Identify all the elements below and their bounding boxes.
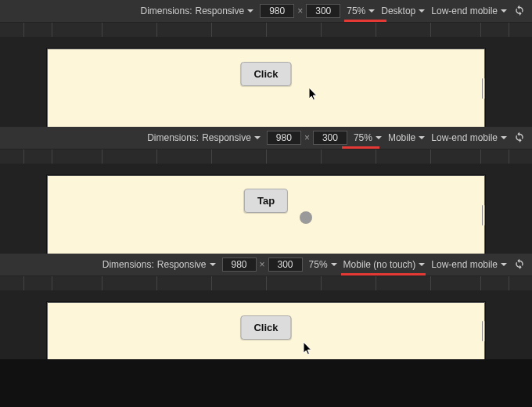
width-input[interactable] xyxy=(222,258,257,272)
zoom-value: 75% xyxy=(309,259,328,270)
ruler-tick xyxy=(102,276,102,290)
resize-handle-right[interactable] xyxy=(481,317,486,345)
resize-handle-right[interactable] xyxy=(481,74,486,103)
rotate-icon[interactable] xyxy=(513,258,526,271)
ruler-tick xyxy=(321,276,322,290)
dimensions-value: Responsive xyxy=(196,5,245,16)
mouse-cursor-icon xyxy=(304,342,313,356)
devtools-device-panel: Dimensions: Responsive × 75% Desktop Low… xyxy=(0,0,532,127)
ruler-tick xyxy=(266,276,267,290)
dimensions-dropdown[interactable]: Dimensions: Responsive xyxy=(102,254,216,276)
ruler-tick xyxy=(376,149,376,164)
svg-marker-5 xyxy=(376,136,382,139)
ruler-tick xyxy=(480,149,481,164)
viewport-area: Tap xyxy=(0,164,532,254)
svg-marker-2 xyxy=(419,9,425,13)
dimensions-label: Dimensions: xyxy=(140,5,192,16)
ruler-tick xyxy=(211,149,212,164)
devtools-device-panel: Dimensions: Responsive × 75% Mobile (no … xyxy=(0,254,532,359)
resize-handle-right[interactable] xyxy=(481,201,486,229)
device-type-dropdown[interactable]: Mobile xyxy=(388,127,425,149)
device-type-dropdown[interactable]: Mobile (no touch) xyxy=(343,254,426,276)
emulated-viewport[interactable]: Tap xyxy=(47,175,485,254)
device-type-value: Desktop xyxy=(381,5,415,16)
caret-down-icon xyxy=(368,9,375,13)
ruler-tick xyxy=(23,23,24,37)
svg-marker-11 xyxy=(501,263,507,266)
ruler-tick xyxy=(52,149,52,164)
ruler-tick xyxy=(321,23,322,37)
dimensions-value: Responsive xyxy=(202,132,251,143)
throttle-value: Low-end mobile xyxy=(431,132,498,143)
devtools-device-panel: Dimensions: Responsive × 75% Mobile Low-… xyxy=(0,127,532,254)
caret-down-icon xyxy=(501,9,507,13)
caret-down-icon xyxy=(419,9,425,13)
demo-button[interactable]: Tap xyxy=(244,189,288,213)
height-input[interactable] xyxy=(268,258,303,272)
throttle-value: Low-end mobile xyxy=(431,259,498,270)
ruler-tick xyxy=(52,276,52,290)
ruler-tick xyxy=(52,23,52,37)
width-input[interactable] xyxy=(260,4,294,18)
ruler-tick xyxy=(211,276,212,290)
caret-down-icon xyxy=(331,263,337,266)
rotate-icon[interactable] xyxy=(513,5,526,17)
zoom-dropdown[interactable]: 75% xyxy=(309,254,337,276)
size-inputs: × xyxy=(267,127,347,149)
ruler-tick xyxy=(509,276,509,290)
ruler-tick xyxy=(102,149,102,164)
svg-marker-0 xyxy=(247,9,253,13)
ruler-tick xyxy=(430,276,431,290)
dimensions-dropdown[interactable]: Dimensions: Responsive xyxy=(140,0,253,22)
svg-marker-1 xyxy=(368,9,375,13)
height-input[interactable] xyxy=(306,4,340,18)
rotate-icon[interactable] xyxy=(513,131,526,144)
touch-cursor-icon xyxy=(300,211,312,224)
times-glyph: × xyxy=(297,5,303,16)
ruler-tick xyxy=(376,23,376,37)
ruler-tick xyxy=(430,149,431,164)
device-type-value: Mobile (no touch) xyxy=(343,259,416,270)
ruler-tick xyxy=(156,149,157,164)
svg-marker-10 xyxy=(419,263,425,266)
device-type-dropdown[interactable]: Desktop xyxy=(381,0,425,22)
height-input[interactable] xyxy=(313,131,347,145)
svg-marker-8 xyxy=(210,263,216,266)
ruler-tick xyxy=(23,276,24,290)
ruler-tick xyxy=(102,23,102,37)
throttle-dropdown[interactable]: Low-end mobile xyxy=(431,127,507,149)
ruler-tick xyxy=(211,23,212,37)
mouse-cursor-icon xyxy=(309,88,318,102)
emulated-viewport[interactable]: Click xyxy=(47,302,485,359)
device-type-value: Mobile xyxy=(388,132,415,143)
zoom-value: 75% xyxy=(354,132,372,143)
ruler-tick xyxy=(156,276,157,290)
caret-down-icon xyxy=(419,263,425,266)
media-query-ruler[interactable] xyxy=(0,22,532,38)
throttle-dropdown[interactable]: Low-end mobile xyxy=(431,0,507,22)
ruler-tick xyxy=(509,23,509,37)
media-query-ruler[interactable] xyxy=(0,149,532,164)
caret-down-icon xyxy=(419,136,425,139)
zoom-dropdown[interactable]: 75% xyxy=(354,127,382,149)
dimensions-label: Dimensions: xyxy=(147,132,199,143)
width-input[interactable] xyxy=(267,131,301,145)
media-query-ruler[interactable] xyxy=(0,276,532,291)
demo-button[interactable]: Click xyxy=(240,62,291,86)
ruler-tick xyxy=(321,149,322,164)
viewport-area: Click xyxy=(0,38,532,127)
throttle-value: Low-end mobile xyxy=(431,5,498,16)
demo-button[interactable]: Click xyxy=(240,315,291,340)
throttle-dropdown[interactable]: Low-end mobile xyxy=(431,254,507,276)
times-glyph: × xyxy=(260,259,265,270)
ruler-tick xyxy=(266,149,267,164)
emulated-viewport[interactable]: Click xyxy=(47,49,485,127)
ruler-tick xyxy=(376,276,376,290)
dimensions-dropdown[interactable]: Dimensions: Responsive xyxy=(147,127,261,149)
size-inputs: × xyxy=(260,0,340,22)
times-glyph: × xyxy=(304,132,310,143)
ruler-tick xyxy=(430,23,431,37)
zoom-dropdown[interactable]: 75% xyxy=(347,0,375,22)
svg-marker-4 xyxy=(254,136,261,139)
ruler-tick xyxy=(23,149,24,164)
